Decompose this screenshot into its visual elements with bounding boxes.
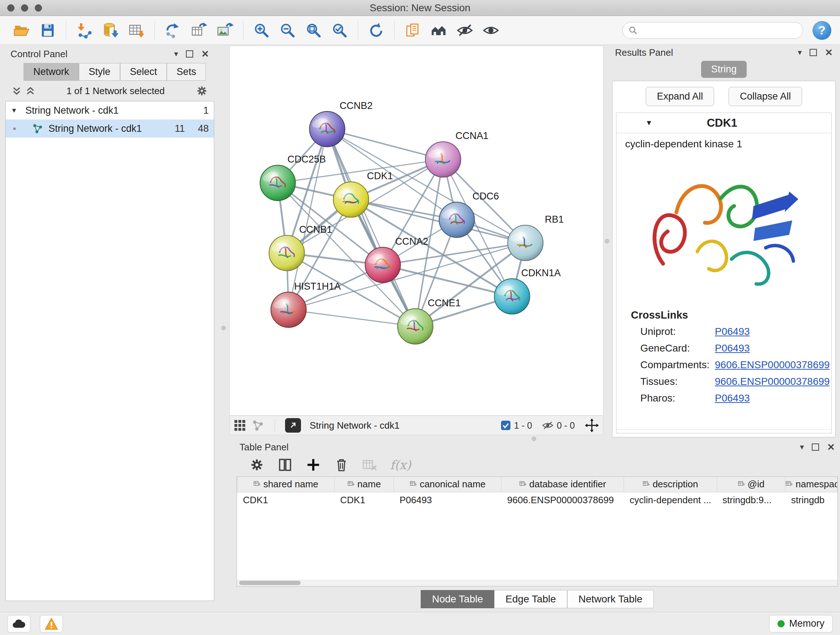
panel-close-icon[interactable]: ✕ — [827, 442, 835, 453]
network-edge[interactable] — [289, 310, 415, 326]
collapse-all-icon[interactable] — [11, 86, 22, 96]
crosslink-link[interactable]: 9606.ENSP00000378699 — [715, 376, 830, 387]
table-cell[interactable]: CDK1 — [334, 492, 393, 508]
zoom-fit-button[interactable] — [301, 19, 327, 42]
column-sort-icon[interactable] — [785, 480, 793, 488]
refresh-button[interactable] — [363, 19, 389, 42]
show-columns-icon[interactable] — [277, 457, 293, 473]
column-header-name[interactable]: name — [334, 477, 393, 492]
table-cell[interactable]: CDK1 — [237, 492, 335, 508]
table-cell[interactable]: 9606.ENSP00000378699 — [501, 492, 624, 508]
tab-style[interactable]: Style — [79, 63, 120, 81]
hidden-eye-slash-icon[interactable] — [542, 419, 554, 432]
window-minimize-button[interactable] — [21, 4, 28, 11]
import-table-button[interactable] — [123, 19, 149, 42]
add-column-plus-icon[interactable] — [305, 457, 321, 473]
crosslink-link[interactable]: P06493 — [715, 393, 750, 404]
network-node-CCNA1[interactable]: CCNA1 — [425, 130, 488, 177]
network-node-RB1[interactable]: RB1 — [508, 214, 564, 261]
table-row[interactable]: CDK1CDK1P064939606.ENSP00000378699cyclin… — [237, 492, 837, 508]
right-splitter-handle[interactable] — [605, 239, 609, 243]
column-header-canonical-name[interactable]: canonical name — [393, 477, 501, 492]
zoom-selected-button[interactable] — [327, 19, 353, 42]
column-sort-icon[interactable] — [253, 480, 261, 488]
table-cell[interactable]: P06493 — [393, 492, 501, 508]
pan-crosshair-icon[interactable] — [584, 418, 600, 433]
save-session-button[interactable] — [35, 19, 61, 42]
table-cell[interactable]: stringdb — [785, 492, 837, 508]
crosslink-link[interactable]: 9606.ENSP00000378699 — [715, 359, 830, 371]
panel-float-icon[interactable] — [810, 49, 817, 56]
tab-network[interactable]: Network — [24, 63, 79, 81]
network-canvas[interactable]: CCNB2CCNA1CDC25BCDK1CDC6RB1CCNB1CCNA2CDK… — [229, 46, 603, 416]
panel-float-icon[interactable] — [186, 50, 193, 57]
graphics-details-button[interactable] — [426, 19, 452, 42]
show-all-button[interactable] — [478, 19, 504, 42]
network-row-selected[interactable]: ● String Network - cdk1 11 48 — [6, 119, 214, 138]
zoom-in-button[interactable] — [248, 19, 275, 42]
column-sort-icon[interactable] — [409, 480, 417, 488]
panel-collapse-icon[interactable]: ▾ — [798, 48, 802, 57]
network-node-CDKN1A[interactable]: CDKN1A — [494, 268, 561, 314]
column-sort-icon[interactable] — [737, 480, 745, 488]
help-button[interactable]: ? — [813, 21, 831, 40]
search-box[interactable] — [622, 22, 803, 39]
network-node-HIST1H1A[interactable]: HIST1H1A — [271, 281, 341, 328]
memory-button[interactable]: Memory — [769, 615, 833, 632]
table-tab-network-table[interactable]: Network Table — [567, 590, 654, 608]
column-header--id[interactable]: @id — [717, 477, 785, 492]
network-node-CCNB2[interactable]: CCNB2 — [309, 100, 373, 147]
column-sort-icon[interactable] — [643, 480, 650, 488]
zoom-out-button[interactable] — [275, 19, 301, 42]
import-database-button[interactable] — [97, 19, 123, 42]
delete-trash-icon[interactable] — [333, 457, 349, 473]
open-external-button[interactable] — [285, 418, 301, 432]
table-cell[interactable]: cyclin-dependent ... — [624, 492, 717, 508]
table-tab-edge-table[interactable]: Edge Table — [494, 590, 567, 608]
network-edge[interactable] — [289, 243, 526, 310]
collapse-all-button[interactable]: Collapse All — [729, 87, 802, 106]
warnings-button[interactable] — [40, 615, 63, 632]
column-header-shared-name[interactable]: shared name — [237, 477, 335, 492]
table-horizontal-scrollbar[interactable] — [237, 580, 837, 586]
left-splitter-handle[interactable] — [221, 326, 226, 330]
panel-collapse-icon[interactable]: ▾ — [174, 49, 178, 59]
expand-all-icon[interactable] — [25, 86, 36, 96]
panel-close-icon[interactable]: ✕ — [201, 49, 209, 60]
network-node-CCNB1[interactable]: CCNB1 — [269, 224, 332, 271]
open-session-button[interactable] — [9, 19, 35, 42]
network-graph[interactable]: CCNB2CCNA1CDC25BCDK1CDC6RB1CCNB1CCNA2CDK… — [230, 46, 603, 415]
column-header-namespac[interactable]: namespac — [785, 477, 837, 492]
column-header-description[interactable]: description — [624, 477, 717, 492]
tab-sets[interactable]: Sets — [167, 63, 206, 81]
import-network-button[interactable] — [71, 19, 97, 42]
column-sort-icon[interactable] — [519, 480, 526, 488]
tree-expander-icon[interactable]: ▼ — [11, 107, 21, 114]
tab-select[interactable]: Select — [120, 63, 167, 81]
export-network-button[interactable] — [160, 19, 186, 42]
scrollbar-thumb[interactable] — [239, 581, 301, 585]
expand-all-button[interactable]: Expand All — [646, 87, 714, 106]
network-edge[interactable] — [351, 200, 525, 243]
cloud-button[interactable] — [7, 615, 30, 632]
protein-entry-header[interactable]: ▼ CDK1 — [616, 113, 831, 133]
window-zoom-button[interactable] — [35, 4, 42, 11]
network-collection-row[interactable]: ▼ String Network - cdk1 1 — [6, 101, 214, 119]
table-tab-node-table[interactable]: Node Table — [421, 590, 494, 608]
panel-float-icon[interactable] — [812, 443, 819, 451]
string-tab[interactable]: String — [701, 61, 747, 78]
birds-eye-view-button[interactable] — [233, 419, 246, 432]
table-settings-gear-icon[interactable] — [249, 457, 265, 473]
column-sort-icon[interactable] — [347, 480, 355, 488]
entry-collapse-icon[interactable]: ▼ — [645, 119, 653, 127]
export-image-button[interactable] — [212, 19, 238, 42]
share-network-button[interactable] — [251, 419, 264, 432]
open-documents-button[interactable] — [400, 19, 426, 42]
panel-close-icon[interactable]: ✕ — [825, 47, 833, 58]
column-header-database-identifier[interactable]: database identifier — [501, 477, 624, 492]
hide-selected-button[interactable] — [452, 19, 478, 42]
search-input[interactable] — [641, 25, 797, 36]
crosslink-link[interactable]: P06493 — [715, 326, 750, 337]
crosslink-link[interactable]: P06493 — [715, 342, 750, 354]
selected-checkbox-icon[interactable] — [500, 420, 511, 431]
